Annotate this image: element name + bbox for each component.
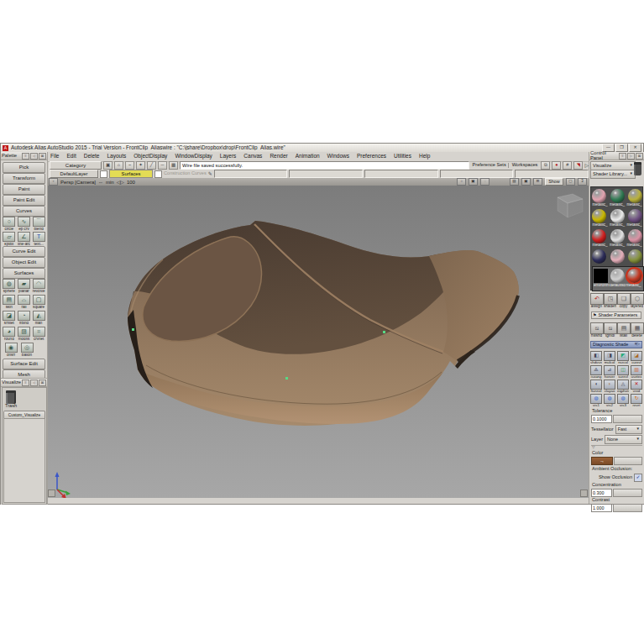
- shelf-close-icon[interactable]: ⊠: [39, 380, 46, 386]
- eqphoto-button[interactable]: ◬eqphoto: [617, 380, 629, 393]
- tool-srfillet[interactable]: ◪srfillet: [3, 311, 16, 326]
- shdvsn-button[interactable]: ◧shdvsn: [590, 351, 602, 364]
- vis3-button[interactable]: ◍vis3: [617, 394, 629, 407]
- viewport-menu-icon[interactable]: ▫: [49, 178, 58, 186]
- tool-blend[interactable]: ⌒blend: [32, 217, 45, 232]
- pick-object-icon[interactable]: ▣: [103, 161, 113, 170]
- shader-swatch[interactable]: [610, 229, 625, 243]
- environment-swatch[interactable]: [594, 269, 608, 283]
- tool-modfilt[interactable]: ▨modfilt: [17, 327, 30, 342]
- menu-layouts[interactable]: Layouts: [107, 154, 126, 160]
- tab-curve-edit[interactable]: Curve Edit: [3, 246, 45, 257]
- shader-swatch[interactable]: [610, 189, 625, 203]
- snap-magnet-icon[interactable]: ✦: [136, 161, 145, 170]
- single-pane-icon[interactable]: ▢: [566, 178, 575, 186]
- cp-dock-icon[interactable]: ≡: [619, 153, 626, 160]
- target-view-icon[interactable]: ▣: [521, 178, 531, 186]
- shader-library-dropdown[interactable]: Shader Library...▼: [590, 170, 636, 179]
- menu-edit[interactable]: Edit: [66, 154, 76, 160]
- tool-planar[interactable]: ▰planar: [17, 279, 30, 294]
- tool-round[interactable]: ◕round: [3, 327, 16, 342]
- shader-swatch[interactable]: [610, 209, 625, 223]
- tab-transform[interactable]: Transform: [3, 173, 45, 184]
- layer-slot[interactable]: [515, 170, 589, 178]
- shader-swatch[interactable]: [610, 249, 625, 264]
- show-button[interactable]: Show: [545, 178, 563, 186]
- tab-pick[interactable]: Pick: [3, 162, 45, 173]
- trash-icon[interactable]: [6, 390, 16, 404]
- shader-trash-icon[interactable]: [634, 162, 641, 175]
- viewport-corner-grip[interactable]: [48, 490, 55, 497]
- cp-expand-icon[interactable]: ▷: [627, 153, 635, 160]
- cp-close-icon[interactable]: ⊠: [636, 153, 643, 160]
- surfaces-layer-button[interactable]: Surfaces: [109, 170, 153, 178]
- isoang-button[interactable]: ⟁isoang: [590, 365, 602, 379]
- diagnostic-shade-header[interactable]: Diagnostic Shade ≡ ▷: [590, 341, 642, 348]
- line-tool-icon[interactable]: ╱: [147, 161, 156, 170]
- hwshd-button[interactable]: ⧅hwshd: [590, 322, 604, 338]
- usetex-button[interactable]: ▥usetex: [631, 365, 642, 379]
- color-slider[interactable]: [614, 457, 642, 465]
- layer-dropdown[interactable]: None▼: [605, 435, 642, 444]
- contrast-slider[interactable]: [613, 504, 642, 512]
- layer-slot[interactable]: [289, 170, 363, 178]
- shelf-content-area[interactable]: [3, 418, 45, 503]
- menu-preferences[interactable]: Preferences: [357, 154, 386, 160]
- palette-close-icon[interactable]: ⊠: [39, 153, 46, 160]
- snap-settings-icon[interactable]: #: [563, 161, 572, 170]
- construction-checkbox[interactable]: [154, 170, 162, 178]
- delete-button[interactable]: ▦delete: [631, 322, 644, 338]
- layer-slot[interactable]: [440, 170, 514, 178]
- tool-revolve[interactable]: ◠revolve: [32, 279, 45, 294]
- pencil-icon[interactable]: ✎: [208, 171, 212, 176]
- tool-line-arc[interactable]: ∠line-arc: [17, 232, 30, 247]
- tgmdl-button[interactable]: ⧅tgmdl: [604, 322, 617, 338]
- tool-sphere[interactable]: ◍sphere: [3, 279, 16, 294]
- tool-onsrf[interactable]: ◉onsrf: [4, 343, 18, 358]
- tool-crvnet[interactable]: ⌗crvnet: [32, 327, 45, 342]
- grid-view-icon[interactable]: ▤: [510, 178, 519, 186]
- shader-parameters-bar[interactable]: ⚑ Shader Parameters: [591, 312, 641, 319]
- concentration-slider[interactable]: [613, 489, 642, 497]
- menu-utilities[interactable]: Utilities: [394, 154, 411, 160]
- palette-collapse-icon[interactable]: ◁: [30, 153, 38, 160]
- quad-view-icon[interactable]: ⊞: [533, 178, 542, 186]
- tool-ballon[interactable]: ◎ballon: [20, 343, 34, 358]
- lstall-button[interactable]: ▤lstall: [617, 322, 631, 338]
- tab-object-edit[interactable]: Object Edit: [3, 257, 45, 268]
- lightbulb-icon[interactable]: ☼: [457, 178, 466, 186]
- clayao-button[interactable]: ◗clayao: [604, 380, 615, 393]
- camera-icon[interactable]: ▣: [469, 178, 478, 186]
- shaders-button[interactable]: ◳shaders: [604, 293, 617, 309]
- tab-paint-edit[interactable]: Paint Edit: [3, 195, 45, 206]
- tool-rail[interactable]: ⌓rail: [17, 295, 30, 310]
- horver-button[interactable]: ⊿horver: [604, 365, 615, 379]
- revert-button[interactable]: ↻revrt: [631, 394, 642, 407]
- tool-fflan[interactable]: ◭fflan: [32, 311, 45, 326]
- viewport-resize-grip[interactable]: [580, 490, 588, 497]
- zoom-arrows-icon[interactable]: ◁▷: [117, 180, 124, 185]
- shader-swatch[interactable]: [592, 209, 606, 223]
- layer-slot[interactable]: [214, 170, 288, 178]
- tool-circle[interactable]: ○circle: [3, 217, 16, 232]
- snap-curve-icon[interactable]: ~: [125, 161, 134, 170]
- default-layer-checkbox[interactable]: [100, 170, 107, 178]
- vis2-button[interactable]: ◍vis2: [604, 394, 615, 407]
- shader-swatch[interactable]: [628, 209, 642, 223]
- minus-icon[interactable]: ─: [158, 161, 167, 170]
- assign-shader-button[interactable]: ↶assign: [590, 293, 604, 309]
- pushpin-icon[interactable]: ◥: [573, 161, 583, 170]
- menu-windowdisplay[interactable]: WindowDisplay: [175, 154, 212, 160]
- tool-kptbx[interactable]: ▱kptbx: [3, 232, 16, 247]
- layered-shader-button[interactable]: ⬡layered: [631, 293, 644, 309]
- palette-dock-icon[interactable]: ≡: [22, 153, 29, 160]
- tool-skin[interactable]: ▤skin: [3, 295, 16, 310]
- magnifier-icon[interactable]: ◌: [480, 178, 490, 186]
- menu-layers[interactable]: Layers: [220, 154, 237, 160]
- show-occlusion-checkbox[interactable]: ✓: [634, 474, 642, 482]
- shader-swatch[interactable]: [628, 189, 642, 203]
- concentration-input[interactable]: 0.300: [591, 489, 612, 497]
- tessellator-dropdown[interactable]: Fast▼: [615, 425, 642, 434]
- tolerance-input[interactable]: 0.1000: [591, 415, 612, 423]
- shader-swatch[interactable]: [592, 189, 606, 203]
